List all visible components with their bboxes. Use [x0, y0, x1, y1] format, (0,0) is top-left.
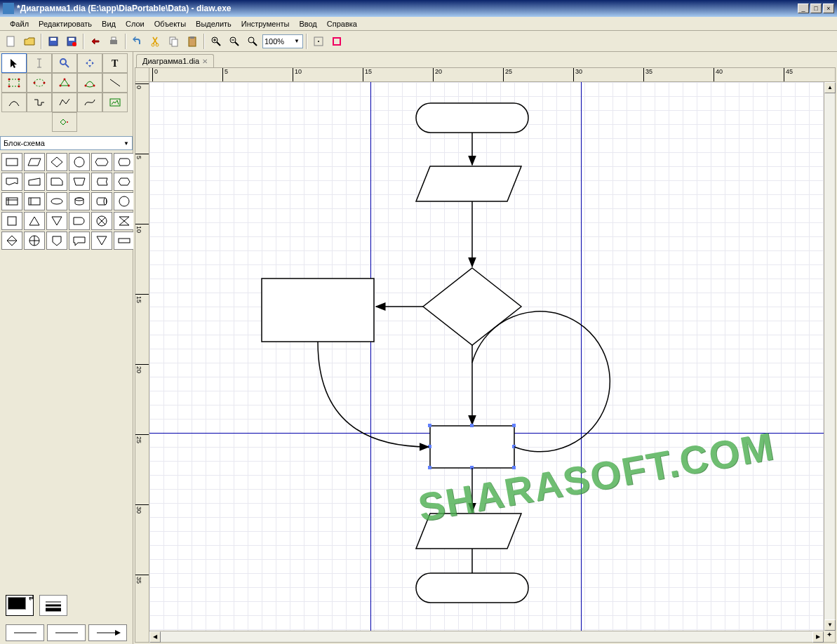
menu-select[interactable]: Выделить [192, 18, 236, 29]
export-button[interactable] [87, 33, 104, 50]
shape-ellipse[interactable] [46, 192, 67, 210]
scroll-right-icon[interactable]: ▶ [812, 631, 824, 643]
ruler-horizontal[interactable]: 051015202530354045 [149, 68, 824, 82]
tool-image[interactable] [102, 93, 128, 112]
shape-decision[interactable] [46, 153, 67, 171]
shape-page-connector[interactable] [46, 232, 67, 250]
shape-manual-op[interactable] [69, 173, 90, 191]
shape-document[interactable] [1, 173, 22, 191]
shape-rectangle-thin[interactable] [114, 232, 135, 250]
zoom-dropdown-icon[interactable]: ▼ [293, 38, 301, 44]
tool-magnify[interactable] [52, 53, 77, 73]
shape-preparation[interactable] [91, 153, 112, 171]
shape-decision[interactable] [423, 268, 521, 345]
menu-help[interactable]: Справка [323, 18, 361, 29]
shape-terminal[interactable] [69, 153, 90, 171]
cut-button[interactable] [147, 33, 164, 50]
snap-grid-button[interactable] [310, 33, 327, 50]
menu-tools[interactable]: Инструменты [237, 18, 294, 29]
shape-internal-storage[interactable] [1, 192, 22, 210]
shape-process[interactable] [1, 153, 22, 171]
tool-bezier[interactable] [77, 93, 102, 112]
shape-process[interactable] [262, 279, 374, 342]
shape-input[interactable] [416, 166, 521, 201]
zoom-input[interactable] [265, 37, 293, 46]
shape-sort[interactable] [1, 232, 22, 250]
paste-button[interactable] [184, 33, 201, 50]
menu-edit[interactable]: Редактировать [34, 18, 96, 29]
scrollbar-vertical[interactable]: ▲ ▼ [824, 82, 835, 631]
shape-triangle-down[interactable] [91, 232, 112, 250]
tool-arc[interactable] [1, 93, 27, 112]
line-start-style[interactable] [6, 624, 44, 641]
scroll-left-icon[interactable]: ◀ [149, 631, 161, 643]
tool-pointer[interactable] [1, 53, 27, 73]
swap-colors-icon[interactable]: ⇄ [29, 594, 34, 601]
new-button[interactable] [3, 33, 20, 50]
tool-scroll[interactable] [77, 53, 102, 73]
close-button[interactable]: × [823, 4, 834, 13]
shape-manual-input[interactable] [24, 173, 45, 191]
shape-terminal-start[interactable] [416, 103, 528, 133]
shape-summing[interactable] [91, 212, 112, 230]
shape-merge[interactable] [46, 212, 67, 230]
connector-curved[interactable] [318, 342, 429, 447]
shape-comment[interactable] [69, 232, 90, 250]
scrollbar-horizontal[interactable]: ◀ ▶ [149, 631, 824, 642]
print-button[interactable] [105, 33, 122, 50]
menu-objects[interactable]: Объекты [150, 18, 190, 29]
shape-display[interactable] [114, 153, 135, 171]
copy-button[interactable] [166, 33, 182, 50]
document-tab[interactable]: Диаграмма1.dia ✕ [136, 54, 214, 67]
shape-collate[interactable] [114, 212, 135, 230]
shape-extract[interactable] [24, 212, 45, 230]
line-dash-style[interactable] [47, 624, 86, 641]
ruler-vertical[interactable]: 05101520253035 [135, 82, 149, 631]
maximize-button[interactable]: □ [810, 4, 822, 13]
canvas[interactable]: SHARASOFT.COM [149, 82, 824, 631]
shape-connector-circle[interactable] [114, 192, 135, 210]
shape-stored-data[interactable] [24, 192, 45, 210]
scroll-down-icon[interactable]: ▼ [824, 619, 836, 631]
tool-outline[interactable] [52, 112, 77, 132]
shape-data-storage[interactable] [91, 173, 112, 191]
minimize-button[interactable]: _ [798, 4, 809, 13]
shape-magnetic-disk[interactable] [69, 192, 90, 210]
save-button[interactable] [45, 33, 62, 50]
shape-or[interactable] [24, 232, 45, 250]
shape-terminal-end[interactable] [416, 573, 528, 603]
tool-text[interactable]: T [102, 53, 128, 73]
menu-view[interactable]: Вид [98, 18, 120, 29]
tool-beziergon[interactable] [77, 73, 102, 93]
zoom-in-button[interactable] [208, 33, 225, 50]
shape-connector-card[interactable] [1, 212, 22, 230]
snap-object-button[interactable] [328, 33, 345, 50]
shape-parallelogram[interactable] [24, 153, 45, 171]
line-width-box[interactable] [39, 595, 67, 616]
nav-corner[interactable]: ✦ [824, 631, 835, 642]
shape-hexagon[interactable] [114, 173, 135, 191]
scroll-up-icon[interactable]: ▲ [824, 82, 836, 93]
open-button[interactable] [21, 33, 38, 50]
shape-delay[interactable] [69, 212, 90, 230]
zoom-combo[interactable]: ▼ [262, 34, 303, 48]
tab-close-icon[interactable]: ✕ [202, 58, 208, 65]
tool-polyline[interactable] [52, 93, 77, 112]
save-as-button[interactable] [63, 33, 80, 50]
tool-zigzag[interactable] [27, 93, 52, 112]
shape-process-2[interactable] [430, 426, 514, 468]
undo-button[interactable] [129, 33, 146, 50]
shape-output[interactable] [416, 514, 521, 549]
shape-category-combo[interactable]: Блок-схема ▼ [0, 136, 133, 150]
shape-card[interactable] [46, 173, 67, 191]
tool-text-edit[interactable] [27, 53, 52, 73]
ruler-corner[interactable] [135, 68, 149, 82]
tool-ellipse[interactable] [27, 73, 52, 93]
zoom-out-button[interactable] [226, 33, 243, 50]
menu-layers[interactable]: Слои [121, 18, 149, 29]
foreground-color[interactable] [8, 597, 26, 610]
color-swatch[interactable]: ⇄ [6, 595, 34, 616]
menu-input[interactable]: Ввод [295, 18, 321, 29]
tool-line[interactable] [102, 73, 128, 93]
line-end-style[interactable] [88, 624, 127, 641]
